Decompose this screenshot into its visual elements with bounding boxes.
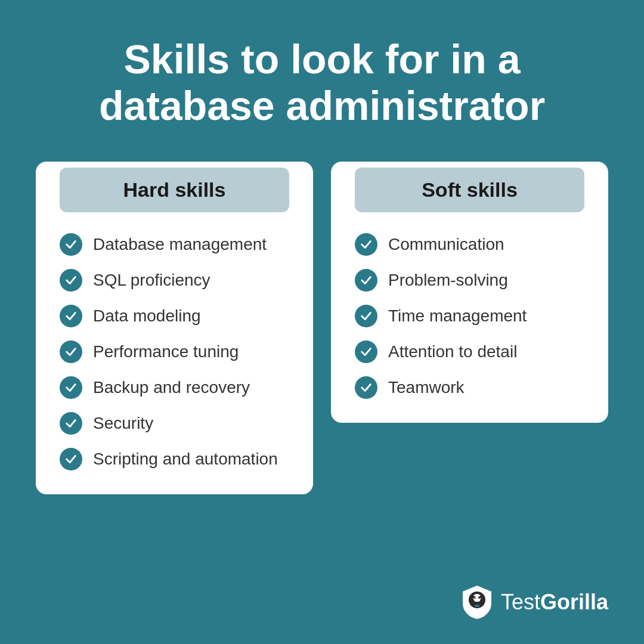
check-icon [60, 269, 82, 292]
testgorilla-logo-icon [462, 584, 493, 620]
check-icon [355, 269, 377, 292]
skill-label: Security [93, 414, 153, 433]
skill-label: SQL proficiency [93, 271, 210, 290]
list-item: Problem-solving [355, 269, 584, 292]
check-icon [355, 340, 377, 363]
skill-label: Backup and recovery [93, 378, 250, 397]
svg-rect-8 [475, 605, 479, 607]
list-item: Teamwork [355, 376, 584, 399]
list-item: Attention to detail [355, 340, 584, 363]
check-icon [60, 376, 82, 399]
check-icon [60, 340, 82, 363]
list-item: Scripting and automation [60, 448, 289, 470]
list-item: Data modeling [60, 305, 289, 327]
page-container: Skills to look for in a database adminis… [0, 0, 644, 644]
skill-label: Time management [388, 306, 527, 326]
soft-skills-header: Soft skills [355, 168, 584, 212]
check-icon [355, 305, 377, 327]
hard-skills-title: Hard skills [123, 178, 226, 201]
hard-skills-list: Database management SQL proficiency Data… [60, 233, 289, 470]
skill-label: Problem-solving [388, 271, 508, 290]
brand-name: TestGorilla [501, 590, 608, 615]
list-item: Backup and recovery [60, 376, 289, 399]
check-icon [60, 412, 82, 435]
page-title: Skills to look for in a database adminis… [36, 36, 608, 129]
skill-label: Teamwork [388, 378, 465, 397]
check-icon [60, 305, 82, 327]
list-item: Security [60, 412, 289, 435]
hard-skills-header: Hard skills [60, 168, 289, 212]
svg-point-7 [479, 596, 483, 598]
soft-skills-card: Soft skills Communication Problem-solvin… [331, 162, 608, 423]
list-item: SQL proficiency [60, 269, 289, 292]
svg-point-6 [471, 596, 475, 598]
skill-label: Database management [93, 235, 267, 254]
skill-label: Attention to detail [388, 342, 517, 361]
list-item: Communication [355, 233, 584, 256]
check-icon [60, 233, 82, 256]
check-icon [60, 448, 82, 470]
cards-container: Hard skills Database management SQL prof… [36, 162, 608, 569]
hard-skills-card: Hard skills Database management SQL prof… [36, 162, 313, 494]
skill-label: Data modeling [93, 306, 201, 326]
check-icon [355, 376, 377, 399]
check-icon [355, 233, 377, 256]
soft-skills-title: Soft skills [422, 178, 518, 201]
list-item: Performance tuning [60, 340, 289, 363]
skill-label: Scripting and automation [93, 450, 278, 469]
list-item: Database management [60, 233, 289, 256]
soft-skills-list: Communication Problem-solving Time manag… [355, 233, 584, 399]
skill-label: Communication [388, 235, 504, 254]
list-item: Time management [355, 305, 584, 327]
footer: TestGorilla [36, 584, 608, 620]
skill-label: Performance tuning [93, 342, 239, 361]
